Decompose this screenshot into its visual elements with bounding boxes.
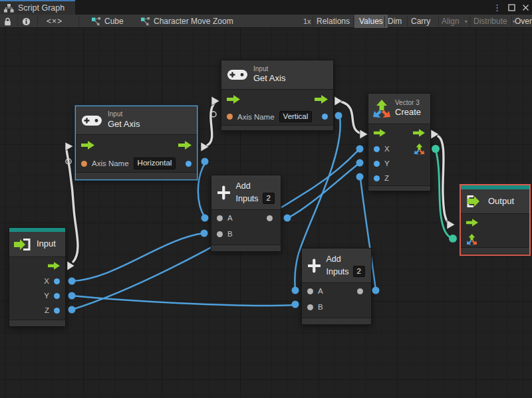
x-port[interactable]: [374, 146, 380, 152]
zoom-label: Zoom: [213, 15, 233, 28]
chevron-down-icon: ▾: [465, 19, 467, 25]
input-a-port[interactable]: [307, 288, 313, 294]
relations-button[interactable]: Relations: [317, 15, 350, 28]
port-label: A: [318, 287, 323, 295]
values-button[interactable]: Values: [354, 15, 388, 28]
inputs-count-field[interactable]: 2: [353, 266, 365, 278]
port-label: Y: [44, 292, 49, 300]
node-get-axis-horizontal[interactable]: Input Get Axis Axis Name Horizontal: [75, 106, 198, 180]
zoom-value: 1x: [303, 15, 311, 28]
vector3-out-port[interactable]: [414, 144, 425, 155]
toolbar-separator: [407, 16, 408, 27]
port-label: Axis Name: [237, 113, 275, 121]
axis-name-port[interactable]: [81, 161, 87, 167]
inputs-label: Inputs: [236, 193, 259, 205]
graph-branch-icon: [141, 17, 150, 26]
z-out-port[interactable]: [54, 308, 60, 314]
plus-icon: [308, 258, 321, 274]
vector3-icon: [373, 100, 390, 118]
port-label: X: [44, 277, 49, 285]
graph-branch-icon: [92, 17, 101, 26]
unity-script-graph-window: Script Graph ⋮ <×>: [0, 0, 532, 398]
toolbar-separator: [353, 16, 354, 27]
breadcrumb-cube[interactable]: Cube: [92, 15, 124, 28]
input-a-port[interactable]: [217, 215, 223, 221]
node-title: Create: [395, 107, 421, 118]
code-view-button[interactable]: <×>: [47, 15, 63, 28]
toolbar-separator: [511, 16, 512, 27]
maximize-icon[interactable]: [508, 4, 515, 11]
breadcrumb-character-move[interactable]: Character Move: [141, 15, 210, 28]
dim-button[interactable]: Dim: [388, 15, 402, 28]
tab-title: Script Graph: [18, 3, 65, 13]
port-label: A: [227, 214, 233, 222]
node-title: Add: [327, 253, 365, 265]
axis-value-port[interactable]: [186, 161, 192, 167]
port-label: X: [384, 145, 390, 153]
flow-out-port[interactable]: [48, 262, 60, 270]
node-footer: [461, 247, 529, 254]
flow-out-port[interactable]: [178, 141, 192, 149]
breadcrumb-label: Cube: [104, 17, 124, 26]
flow-out-port[interactable]: [413, 129, 425, 137]
align-dropdown[interactable]: Align▾: [442, 15, 467, 28]
port-label: Z: [384, 174, 389, 182]
flow-in-port[interactable]: [227, 95, 240, 104]
node-title: Get Axis: [253, 73, 285, 84]
overview-button[interactable]: Overview: [515, 15, 532, 28]
port-label: B: [227, 230, 233, 238]
node-title: Output: [488, 196, 514, 207]
flow-in-port[interactable]: [466, 219, 478, 227]
sum-out-port[interactable]: [357, 288, 363, 294]
lock-button[interactable]: [4, 15, 11, 28]
distribute-dropdown[interactable]: Distribute▾: [473, 15, 515, 28]
sum-out-port[interactable]: [267, 215, 273, 221]
code-view-glyph: <×>: [47, 17, 63, 26]
node-vector3-create[interactable]: Vector 3 Create X Y Z: [368, 93, 431, 191]
port-label: Y: [384, 159, 390, 167]
tab-script-graph[interactable]: Script Graph: [0, 0, 75, 15]
graph-tree-icon: [4, 4, 14, 13]
flow-in-port[interactable]: [81, 141, 94, 149]
toolbar-separator: [37, 16, 38, 27]
node-category: Input: [253, 65, 285, 74]
flow-in-port[interactable]: [374, 129, 386, 137]
node-category: Vector 3: [395, 99, 421, 108]
input-b-port[interactable]: [217, 231, 223, 237]
node-add-2[interactable]: Add Inputs 2 A B: [301, 248, 372, 325]
info-button[interactable]: [22, 15, 31, 28]
node-graph-input[interactable]: Input X Y Z: [9, 227, 66, 327]
axis-value-port[interactable]: [322, 114, 328, 120]
carry-button[interactable]: Carry: [411, 15, 430, 28]
tab-bar: Script Graph ⋮: [0, 0, 532, 15]
node-graph-output-highlight: Output: [460, 184, 531, 256]
plus-icon: [217, 185, 230, 201]
lock-icon: [4, 17, 11, 26]
y-port[interactable]: [374, 161, 380, 167]
toolbar-separator: [313, 16, 313, 27]
axis-name-port[interactable]: [227, 114, 233, 120]
node-graph-output[interactable]: Output: [461, 185, 529, 254]
node-get-axis-vertical[interactable]: Input Get Axis Axis Name Vertical: [221, 60, 334, 131]
axis-name-field[interactable]: Horizontal: [134, 157, 176, 169]
node-add-1[interactable]: Add Inputs 2 A B: [211, 175, 281, 252]
inputs-label: Inputs: [327, 266, 349, 278]
axis-name-field[interactable]: Vertical: [279, 111, 313, 123]
toolbar-separator: [17, 16, 18, 27]
toolbar-separator: [438, 16, 439, 27]
z-port[interactable]: [374, 175, 380, 181]
vector3-in-port[interactable]: [466, 234, 477, 245]
close-icon[interactable]: [522, 4, 529, 11]
inputs-count-field[interactable]: 2: [263, 193, 275, 205]
flow-out-port[interactable]: [315, 95, 328, 104]
gamepad-icon: [82, 115, 102, 126]
toolbar-separator: [384, 16, 385, 27]
node-footer: [9, 320, 65, 326]
menu-kebab-icon[interactable]: ⋮: [493, 3, 501, 12]
graph-output-icon: [466, 195, 483, 207]
graph-input-icon: [14, 239, 32, 250]
x-out-port[interactable]: [54, 278, 60, 284]
y-out-port[interactable]: [54, 293, 60, 299]
breadcrumb-label: Character Move: [154, 17, 210, 26]
input-b-port[interactable]: [307, 304, 313, 310]
